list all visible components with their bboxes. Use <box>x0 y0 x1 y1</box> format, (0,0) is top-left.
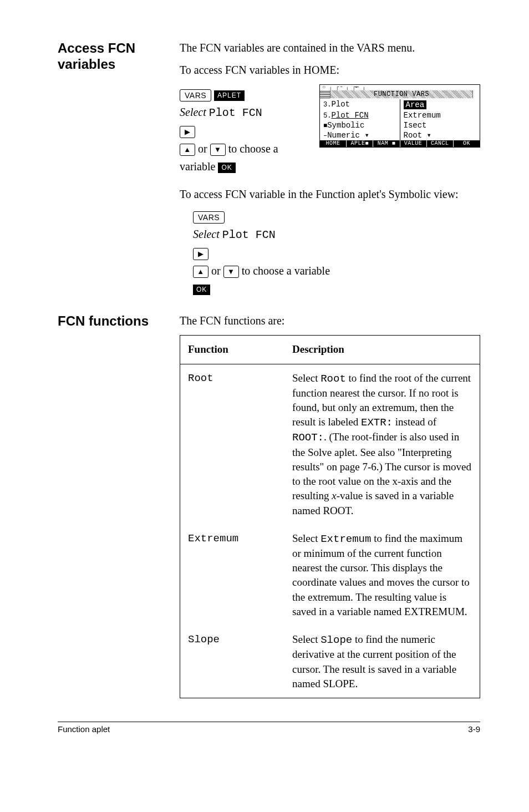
screen-top-markers: ○ ╷ ┌╶ ╷ ┌╾ ╷ <box>320 85 480 90</box>
variable-word: variable <box>180 160 218 172</box>
select-value-2: Plot FCN <box>222 229 276 241</box>
softkey-aplet: APLET <box>214 90 245 101</box>
th-description: Description <box>284 336 480 364</box>
intro-1: The FCN variables are contained in the V… <box>180 40 480 55</box>
key-down-2: ▼ <box>223 266 239 278</box>
steps-home: VARS APLET Select Plot FCN ▶ ▲ or ▼ to c… <box>180 84 309 176</box>
select-value: Plot FCN <box>209 106 262 119</box>
fn-slope: Slope <box>180 626 285 698</box>
choose-text: to choose a <box>226 143 278 155</box>
key-right-2: ▶ <box>193 248 208 260</box>
or-text: or <box>195 143 210 155</box>
key-right: ▶ <box>180 126 195 138</box>
select-label-2: Select <box>193 228 220 240</box>
choose-text-2: to choose a variable <box>239 265 330 277</box>
intro-2: To access FCN variables in HOME: <box>180 62 480 78</box>
screen-l0: Plot <box>331 100 350 109</box>
select-label: Select <box>180 106 206 118</box>
fn-root: Root <box>180 364 285 525</box>
footer-page-number: 3-9 <box>468 724 480 734</box>
key-down: ▼ <box>210 144 226 156</box>
screen-l2: Symbolic <box>327 121 364 130</box>
fcn-functions-table: Function Description Root Select Root to… <box>180 335 480 698</box>
screen-title: FUNCTION VARS <box>330 90 472 98</box>
screen-r3: Root ▾ <box>404 131 431 140</box>
key-vars-2: VARS <box>193 211 225 224</box>
fcn-intro: The FCN functions are: <box>180 313 480 328</box>
heading-access-fcn: Access FCN variables <box>58 40 180 73</box>
heading-fcn-functions: FCN functions <box>58 313 180 329</box>
intro-3: To access FCN variable in the Function a… <box>180 186 480 202</box>
steps-symbolic: VARS Select Plot FCN ▶ ▲ or ▼ to choose … <box>193 209 480 296</box>
screen-r1: Extremum <box>404 111 441 120</box>
footer-left: Function aplet <box>58 724 110 734</box>
desc-root: Select Root to find the root of the curr… <box>284 364 480 525</box>
fn-extremum: Extremum <box>180 525 285 626</box>
th-function: Function <box>180 336 285 364</box>
screen-softkeys: HOME APLE■ NAM ■ VALUE CANCL OK <box>320 140 480 147</box>
screen-l3: Numeric ▾ <box>327 131 369 140</box>
desc-extremum: Select Extremum to find the maximum or m… <box>284 525 480 626</box>
softkey-ok-1: OK <box>218 163 235 173</box>
screen-l1: Plot FCN <box>331 111 368 120</box>
softkey-ok-2: OK <box>193 285 210 295</box>
key-vars: VARS <box>180 89 211 101</box>
key-up: ▲ <box>180 144 195 156</box>
key-up-2: ▲ <box>193 266 208 278</box>
screen-r2: Isect <box>404 121 427 130</box>
calculator-screen: ○ ╷ ┌╶ ╷ ┌╾ ╷ FUNCTION VARS 3.Plot Area <box>319 84 480 148</box>
desc-slope: Select Slope to find the numeric derivat… <box>284 626 480 698</box>
screen-r0: Area <box>404 100 427 109</box>
or-text-2: or <box>208 265 223 277</box>
